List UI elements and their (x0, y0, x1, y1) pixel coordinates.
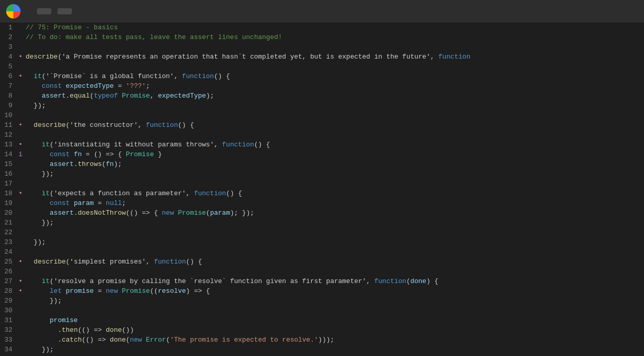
line-number: 28 (0, 286, 18, 296)
table-row: 16 }); (0, 169, 644, 179)
line-code (24, 306, 644, 315)
line-code: .then(() => done()) (24, 325, 644, 335)
line-indicator: • (18, 276, 24, 286)
line-indicator: • (18, 286, 24, 296)
table-row: 25• describe('simplest promises', functi… (0, 257, 644, 267)
line-number: 9 (0, 101, 18, 110)
line-indicator (18, 325, 24, 335)
line-code (24, 62, 644, 71)
line-code (24, 179, 644, 189)
editor-content[interactable]: 1// 75: Promise - basics2// To do: make … (0, 23, 644, 356)
editor-container: 1// 75: Promise - basics2// To do: make … (0, 23, 644, 356)
code-table: 1// 75: Promise - basics2// To do: make … (0, 23, 644, 356)
line-number: 20 (0, 208, 18, 218)
line-number: 24 (0, 247, 18, 257)
line-code: describe('a Promise represents an operat… (24, 52, 644, 62)
line-indicator (18, 247, 24, 257)
line-code: it('`Promise` is a global function', fun… (24, 71, 644, 81)
line-indicator (18, 267, 24, 276)
line-code: // 75: Promise - basics (24, 23, 644, 32)
table-row: 4•describe('a Promise represents an oper… (0, 52, 644, 62)
reset-code-button[interactable] (58, 8, 72, 14)
line-number: 7 (0, 81, 18, 91)
table-row: 19 const param = null; (0, 198, 644, 208)
line-code: }); (24, 345, 644, 354)
table-row: 24 (0, 247, 644, 257)
table-row: 2// To do: make all tests pass, leave th… (0, 32, 644, 42)
line-code: const fn = () => { Promise } (24, 149, 644, 159)
line-code: const param = null; (24, 198, 644, 208)
line-code: }); (24, 169, 644, 179)
line-indicator (18, 159, 24, 169)
line-number: 23 (0, 237, 18, 247)
app-logo (6, 4, 21, 18)
line-number: 30 (0, 306, 18, 315)
line-indicator (18, 23, 24, 32)
line-code: }); (24, 101, 644, 110)
line-indicator (18, 315, 24, 325)
line-code: describe('simplest promises', function()… (24, 257, 644, 267)
table-row: 14i const fn = () => { Promise } (0, 149, 644, 159)
line-number: 26 (0, 267, 18, 276)
line-number: 31 (0, 315, 18, 325)
line-number: 12 (0, 130, 18, 140)
line-number: 34 (0, 345, 18, 354)
table-row: 15 assert.throws(fn); (0, 159, 644, 169)
line-indicator (18, 130, 24, 140)
line-number: 2 (0, 32, 18, 42)
table-row: 11• describe('the constructor', function… (0, 120, 644, 130)
table-row: 30 (0, 306, 644, 315)
table-row: 31 promise (0, 315, 644, 325)
line-code (24, 110, 644, 120)
line-indicator (18, 110, 24, 120)
line-code: promise (24, 315, 644, 325)
line-code: // To do: make all tests pass, leave the… (24, 32, 644, 42)
line-code: it('expects a function as parameter', fu… (24, 189, 644, 198)
line-number: 15 (0, 159, 18, 169)
table-row: 1// 75: Promise - basics (0, 23, 644, 32)
table-row: 27• it('resolve a promise by calling the… (0, 276, 644, 286)
table-row: 32 .then(() => done()) (0, 325, 644, 335)
line-number: 5 (0, 62, 18, 71)
line-indicator: • (18, 257, 24, 267)
line-code: }); (24, 296, 644, 306)
line-number: 33 (0, 335, 18, 345)
line-indicator (18, 32, 24, 42)
run-tests-button[interactable] (37, 8, 51, 14)
line-indicator (18, 306, 24, 315)
line-number: 22 (0, 228, 18, 237)
line-indicator (18, 101, 24, 110)
table-row: 33 .catch(() => done(new Error('The prom… (0, 335, 644, 345)
line-indicator: • (18, 120, 24, 130)
line-number: 21 (0, 218, 18, 228)
table-row: 18• it('expects a function as parameter'… (0, 189, 644, 198)
table-row: 13• it('instantiating it without params … (0, 140, 644, 149)
line-indicator (18, 198, 24, 208)
line-code: it('resolve a promise by calling the `re… (24, 276, 644, 286)
line-number: 13 (0, 140, 18, 149)
line-code: const expectedType = '???'; (24, 81, 644, 91)
line-code: it('instantiating it without params thro… (24, 140, 644, 149)
line-indicator: • (18, 140, 24, 149)
line-indicator (18, 228, 24, 237)
line-code: assert.doesNotThrow(() => { new Promise(… (24, 208, 644, 218)
line-indicator (18, 62, 24, 71)
line-code (24, 42, 644, 52)
line-indicator (18, 218, 24, 228)
line-code: }); (24, 237, 644, 247)
table-row: 9 }); (0, 101, 644, 110)
table-row: 5 (0, 62, 644, 71)
line-indicator (18, 296, 24, 306)
line-number: 16 (0, 169, 18, 179)
line-indicator (18, 169, 24, 179)
line-indicator (18, 237, 24, 247)
table-row: 8 assert.equal(typeof Promise, expectedT… (0, 91, 644, 101)
line-indicator (18, 91, 24, 101)
line-code (24, 247, 644, 257)
table-row: 22 (0, 228, 644, 237)
line-indicator (18, 345, 24, 354)
line-code: assert.equal(typeof Promise, expectedTyp… (24, 91, 644, 101)
table-row: 12 (0, 130, 644, 140)
table-row: 7 const expectedType = '???'; (0, 81, 644, 91)
line-number: 29 (0, 296, 18, 306)
